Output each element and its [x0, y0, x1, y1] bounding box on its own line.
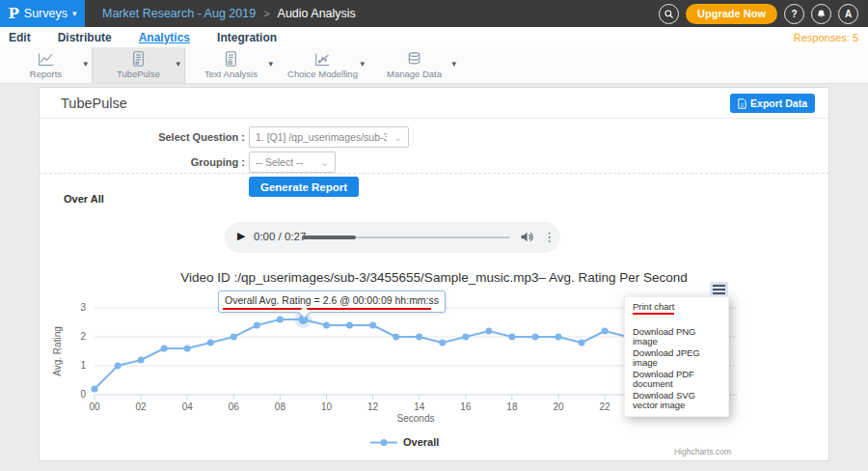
notifications-button[interactable] [811, 4, 831, 24]
menu-separator [625, 315, 728, 326]
chevron-down-icon[interactable]: ▾ [360, 59, 365, 69]
chevron-down-icon[interactable]: ▾ [83, 59, 88, 69]
chart-context-menu-button[interactable] [710, 282, 728, 296]
search-icon [664, 9, 674, 19]
x-tick-label: 14 [414, 402, 425, 412]
data-point[interactable] [92, 386, 98, 393]
help-button[interactable]: ? [784, 4, 804, 24]
toolbar-tab-label: Manage Data [387, 69, 442, 79]
data-point[interactable] [602, 328, 609, 335]
x-tick-label: 10 [321, 402, 333, 412]
menu-item-download-svg[interactable]: Download SVG vector image [625, 390, 728, 411]
survey-nav: Edit Distribute Analytics Integration Re… [0, 27, 868, 48]
chevron-down-icon[interactable]: ▾ [268, 59, 273, 69]
data-point[interactable] [531, 334, 538, 341]
data-point[interactable] [556, 334, 562, 341]
breadcrumb-current: Audio Analysis [278, 7, 356, 20]
tooltip-text: Overall Avg. Rating = 2.6 @ 00:00:09 hh:… [225, 294, 439, 306]
line-chart-icon [38, 51, 55, 67]
data-point[interactable] [115, 363, 122, 370]
nav-edit[interactable]: Edit [9, 31, 31, 44]
data-point[interactable] [393, 334, 399, 341]
y-axis-title: Avg. Rating [52, 326, 63, 376]
responses-count: Responses: 5 [794, 32, 858, 43]
breadcrumb-survey-link[interactable]: Market Research - Aug 2019 [102, 7, 256, 20]
data-point[interactable] [369, 322, 376, 329]
data-point[interactable] [254, 322, 260, 329]
x-tick-label: 00 [89, 402, 100, 412]
text-document-icon [225, 51, 237, 67]
chart-context-menu: Print chart Download PNG image Download … [624, 296, 729, 417]
x-tick-label: 16 [460, 402, 472, 412]
highcharts-credit: Highcharts.com [674, 447, 731, 457]
x-tick-label: 04 [182, 402, 194, 412]
account-avatar[interactable]: A [838, 4, 858, 24]
y-tick-label: 2 [80, 331, 86, 342]
toolbar-tab-tubepulse[interactable]: TubePulse ▾ [92, 47, 185, 83]
x-tick-label: 06 [229, 402, 240, 412]
data-point[interactable] [184, 346, 191, 352]
menu-item-print-chart[interactable]: Print chart [625, 301, 728, 315]
nav-integration[interactable]: Integration [217, 31, 277, 44]
breadcrumb-separator: > [263, 8, 269, 19]
data-point[interactable] [439, 340, 446, 346]
chevron-down-icon[interactable]: ▾ [176, 59, 180, 69]
nav-distribute[interactable]: Distribute [58, 31, 112, 44]
tubepulse-panel: TubePulse Export Data Select Question : … [39, 87, 829, 461]
pulse-report-icon [132, 51, 145, 67]
bell-icon [816, 9, 827, 19]
data-point[interactable] [579, 340, 585, 346]
topbar: P Surveys ▾ Market Research - Aug 2019 >… [0, 0, 868, 27]
x-tick-label: 20 [553, 402, 564, 412]
x-tick-label: 02 [136, 402, 148, 412]
toolbar-tab-label: Text Analysis [204, 69, 258, 79]
nav-analytics[interactable]: Analytics [139, 31, 190, 44]
chevron-down-icon: ▾ [72, 9, 77, 18]
chart-tooltip: Overall Avg. Rating = 2.6 @ 00:00:09 hh:… [218, 291, 446, 313]
data-point[interactable] [207, 340, 214, 346]
data-point[interactable] [508, 334, 515, 341]
x-tick-label: 08 [275, 402, 286, 412]
x-tick-label: 12 [367, 402, 379, 412]
legend-marker-point [381, 439, 388, 446]
database-icon [407, 51, 421, 67]
brand-label: Surveys [24, 7, 68, 20]
y-tick-label: 1 [80, 360, 86, 371]
menu-item-download-jpeg[interactable]: Download JPEG image [625, 347, 728, 369]
legend-label: Overall [403, 436, 439, 448]
data-point[interactable] [277, 317, 284, 323]
hamburger-icon [713, 285, 725, 287]
series-line [95, 319, 628, 389]
tooltip-underline [223, 308, 431, 311]
data-point[interactable] [161, 346, 168, 352]
data-point[interactable] [346, 322, 353, 329]
data-point[interactable] [416, 334, 422, 341]
y-tick-label: 0 [80, 389, 86, 400]
breadcrumb: Market Research - Aug 2019 > Audio Analy… [102, 7, 356, 20]
toolbar-tab-choice-modelling[interactable]: Choice Modelling ▾ [277, 47, 368, 83]
x-tick-label: 18 [506, 402, 518, 412]
search-button[interactable] [659, 4, 679, 24]
data-point[interactable] [138, 357, 145, 364]
x-axis-title: Seconds [397, 413, 435, 424]
chevron-down-icon[interactable]: ▾ [451, 59, 456, 69]
surveys-menu-button[interactable]: P Surveys ▾ [0, 0, 85, 27]
menu-item-download-png[interactable]: Download PNG image [625, 326, 728, 347]
toolbar-tab-reports[interactable]: Reports ▾ [0, 47, 92, 83]
scatter-chart-icon [314, 51, 331, 67]
x-tick-label: 22 [600, 402, 611, 412]
y-tick-label: 3 [80, 302, 86, 313]
data-point[interactable] [231, 334, 237, 341]
toolbar-tab-label: TubePulse [117, 69, 160, 79]
data-point[interactable] [485, 328, 492, 335]
toolbar-tab-text-analysis[interactable]: Text Analysis ▾ [185, 47, 277, 83]
toolbar-tab-label: Choice Modelling [287, 69, 358, 79]
upgrade-now-button[interactable]: Upgrade Now [686, 4, 777, 24]
toolbar-tab-label: Reports [30, 69, 62, 79]
menu-item-download-pdf[interactable]: Download PDF document [625, 369, 728, 390]
toolbar-tab-manage-data[interactable]: Manage Data ▾ [368, 47, 460, 83]
data-point[interactable] [323, 322, 330, 329]
data-point[interactable] [462, 334, 469, 341]
topbar-actions: Upgrade Now ? A [659, 4, 868, 24]
analytics-toolbar: Reports ▾ TubePulse ▾ Text Analysis ▾ Ch… [0, 47, 868, 84]
